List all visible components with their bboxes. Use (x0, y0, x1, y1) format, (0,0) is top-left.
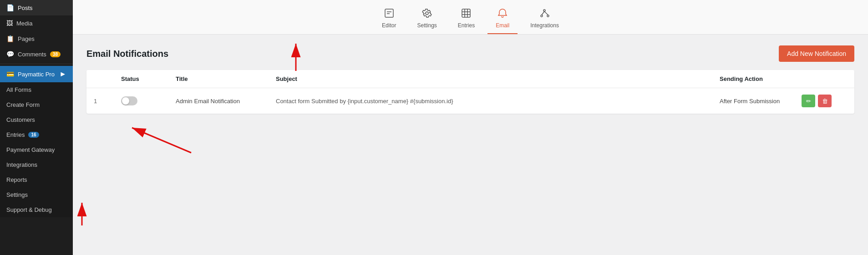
table-row: 1 Admin Email Notification Contact form … (86, 88, 854, 114)
page-header: Email Notifications Add New Notification (86, 45, 854, 62)
content-area: Email Notifications Add New Notification… (73, 35, 868, 255)
edit-button[interactable]: ✏ (802, 95, 815, 107)
sidebar-item-customers[interactable]: Customers (0, 112, 73, 127)
sidebar-item-posts[interactable]: 📄 Posts (0, 0, 73, 15)
sidebar-item-pages[interactable]: 📋 Pages (0, 31, 73, 46)
entries-icon (461, 8, 471, 20)
paymattic-icon: 💳 (6, 70, 14, 78)
col-title: Title (176, 75, 276, 82)
tab-integrations[interactable]: Integrations (522, 5, 567, 34)
sidebar-item-entries[interactable]: Entries 16 (0, 127, 73, 142)
page-title: Email Notifications (86, 49, 168, 59)
sidebar-item-settings[interactable]: Settings (0, 187, 73, 202)
row-actions: ✏ 🗑 (802, 95, 847, 107)
chevron-icon: ► (59, 70, 66, 78)
sidebar-item-media[interactable]: 🖼 Media (0, 15, 73, 31)
col-subject: Subject (276, 75, 720, 82)
svg-rect-4 (462, 9, 470, 17)
action-buttons: ✏ 🗑 (802, 95, 847, 107)
sidebar-item-payment-gateway[interactable]: Payment Gateway (0, 142, 73, 157)
sidebar-item-integrations[interactable]: Integrations (0, 157, 73, 172)
row-sending-action: After Form Submission (720, 98, 802, 105)
status-toggle[interactable] (121, 96, 137, 105)
integrations-icon (540, 8, 550, 20)
entries-badge: 16 (28, 132, 39, 138)
col-status: Status (121, 75, 176, 82)
sidebar-item-reports[interactable]: Reports (0, 172, 73, 187)
row-status (121, 96, 176, 105)
arrows-overlay (73, 35, 868, 255)
notifications-table: Status Title Subject Sending Action 1 Ad… (86, 70, 854, 114)
media-icon: 🖼 (6, 20, 13, 27)
email-bell-icon (497, 8, 508, 20)
row-title: Admin Email Notification (176, 98, 276, 105)
row-subject: Contact form Submitted by {input.custome… (276, 98, 720, 105)
sidebar-item-support[interactable]: Support & Debug (0, 202, 73, 217)
comments-badge: 38 (50, 51, 61, 57)
row-number: 1 (94, 98, 121, 105)
posts-icon: 📄 (6, 4, 14, 11)
svg-rect-0 (385, 9, 393, 17)
tab-settings[interactable]: Settings (409, 5, 445, 34)
sidebar: 📄 Posts 🖼 Media 📋 Pages 💬 Comments 38 💳 … (0, 0, 73, 255)
table-header: Status Title Subject Sending Action (86, 70, 854, 88)
col-sending-action: Sending Action (720, 75, 802, 82)
tab-entries[interactable]: Entries (450, 5, 483, 34)
comments-icon: 💬 (6, 50, 14, 58)
tab-editor[interactable]: Editor (374, 5, 404, 34)
sidebar-item-paymattic[interactable]: 💳 Paymattic Pro ► (0, 66, 73, 82)
pages-icon: 📋 (6, 35, 14, 42)
editor-icon (384, 8, 394, 20)
svg-line-10 (544, 11, 548, 15)
delete-button[interactable]: 🗑 (818, 95, 832, 107)
col-number (94, 75, 121, 82)
sidebar-item-all-forms[interactable]: All Forms (0, 82, 73, 97)
sidebar-item-create-form[interactable]: Create Form (0, 97, 73, 112)
svg-line-9 (542, 11, 544, 15)
add-notification-button[interactable]: Add New Notification (779, 45, 854, 62)
sidebar-item-comments[interactable]: 💬 Comments 38 (0, 46, 73, 62)
sidebar-submenu: All Forms Create Form Customers Entries … (0, 82, 73, 217)
svg-point-3 (426, 12, 428, 15)
settings-icon (422, 8, 432, 20)
col-actions (802, 75, 847, 82)
tab-email[interactable]: Email (487, 5, 518, 34)
tab-bar: Editor Settings Entries Email Integratio… (73, 0, 868, 35)
main-content: Editor Settings Entries Email Integratio… (73, 0, 868, 255)
